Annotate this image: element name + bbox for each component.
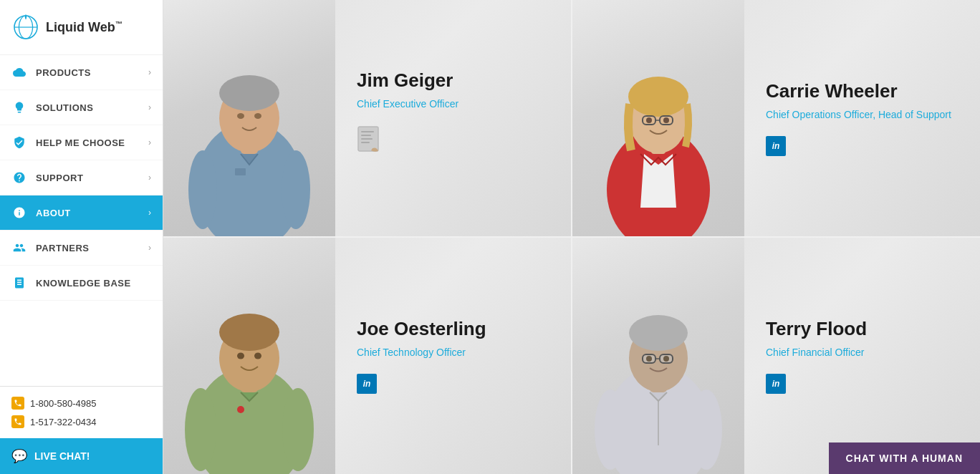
partners-icon [11, 240, 27, 256]
person-info-jim: Jim Geiger Chief Executive Officer [335, 55, 571, 182]
person-title-terry: Chief Financial Officer [766, 346, 864, 360]
svg-point-31 [254, 353, 261, 359]
svg-rect-13 [361, 131, 374, 132]
person-info-joe: Joe Oesterling Chief Technology Officer … [335, 304, 571, 409]
about-icon [11, 205, 27, 221]
sidebar-item-products-label: PRODUCTS [36, 67, 148, 78]
question-icon [11, 170, 27, 185]
phone-row-2[interactable]: 1-517-322-0434 [11, 412, 151, 431]
live-chat-button[interactable]: 💬 LIVE CHAT! [0, 438, 163, 474]
svg-point-29 [219, 314, 279, 351]
svg-point-33 [185, 388, 216, 471]
person-info-carrie: Carrie Wheeler Chief Operations Officer,… [744, 66, 980, 171]
person-name-jim: Jim Geiger [357, 69, 453, 92]
person-figure-carrie [572, 0, 744, 236]
sidebar-item-partners[interactable]: PARTNERS › [0, 231, 163, 266]
check-shield-icon [11, 135, 27, 150]
sidebar: Liquid Web™ PRODUCTS › SOLUTIONS › HELP … [0, 0, 163, 474]
svg-rect-16 [361, 142, 370, 143]
svg-point-38 [629, 315, 688, 351]
sidebar-item-products[interactable]: PRODUCTS › [0, 55, 163, 90]
svg-point-7 [237, 113, 244, 119]
phone-number-2: 1-517-322-0434 [30, 417, 97, 427]
person-name-joe: Joe Oesterling [357, 318, 486, 340]
cv-icon-jim[interactable] [357, 125, 383, 160]
products-arrow: › [148, 67, 151, 77]
phone-row-1[interactable]: 1-800-580-4985 [11, 394, 151, 412]
solutions-arrow: › [148, 102, 151, 112]
sidebar-item-support-label: SUPPORT [36, 173, 148, 183]
sidebar-item-partners-label: PARTNERS [36, 243, 148, 253]
person-card-joe: Joe Oesterling Chief Technology Officer … [163, 238, 571, 474]
sidebar-item-about[interactable]: ABOUT › [0, 195, 163, 231]
svg-point-8 [254, 113, 261, 119]
person-title-jim: Chief Executive Officer [357, 97, 458, 112]
svg-point-42 [646, 356, 652, 362]
sidebar-bottom: 1-800-580-4985 1-517-322-0434 💬 LIVE CHA… [0, 386, 163, 474]
person-info-terry: Terry Flood Chief Financial Officer in [744, 304, 980, 409]
live-chat-label: LIVE CHAT! [34, 450, 90, 462]
sidebar-item-support[interactable]: SUPPORT › [0, 160, 163, 195]
sidebar-item-solutions-label: SOLUTIONS [36, 102, 148, 113]
sidebar-item-knowledge-label: KNOWLEDGE BASE [36, 278, 151, 289]
sidebar-item-solutions[interactable]: SOLUTIONS › [0, 90, 163, 125]
person-photo-terry [572, 238, 744, 474]
person-name-carrie: Carrie Wheeler [766, 80, 898, 102]
person-card-jim: Jim Geiger Chief Executive Officer [163, 0, 571, 236]
person-title-carrie: Chief Operations Officer, Head of Suppor… [766, 108, 951, 122]
linkedin-badge-terry[interactable]: in [766, 374, 786, 394]
chat-icon: 💬 [11, 448, 27, 464]
svg-rect-14 [361, 135, 371, 136]
svg-rect-15 [361, 138, 373, 140]
person-photo-jim [163, 0, 335, 236]
person-figure-joe [163, 238, 335, 474]
sidebar-item-about-label: ABOUT [36, 208, 148, 218]
book-icon [11, 275, 27, 291]
about-arrow: › [148, 208, 151, 218]
partners-arrow: › [148, 243, 151, 253]
phone-number-1: 1-800-580-4985 [30, 398, 97, 409]
chat-with-human-button[interactable]: CHAT WITH A HUMAN [829, 442, 980, 474]
phone-section: 1-800-580-4985 1-517-322-0434 [0, 387, 163, 438]
svg-point-20 [628, 77, 688, 117]
person-name-terry: Terry Flood [766, 318, 867, 340]
nav-items: PRODUCTS › SOLUTIONS › HELP ME CHOOSE › … [0, 55, 163, 386]
chat-human-label: CHAT WITH A HUMAN [846, 453, 963, 464]
help-arrow: › [148, 137, 151, 147]
person-figure-terry [572, 238, 744, 474]
support-arrow: › [148, 173, 151, 183]
person-figure-jim [163, 0, 335, 236]
svg-point-45 [595, 390, 626, 470]
main-content: Jim Geiger Chief Executive Officer [163, 0, 980, 474]
svg-point-10 [188, 150, 217, 229]
sidebar-item-help-label: HELP ME CHOOSE [36, 137, 148, 148]
logo-text: Liquid Web™ [46, 20, 123, 35]
svg-point-30 [237, 353, 244, 359]
svg-point-43 [663, 356, 669, 362]
svg-point-32 [237, 406, 244, 413]
person-card-terry: Terry Flood Chief Financial Officer in [572, 238, 980, 474]
logo-area[interactable]: Liquid Web™ [0, 0, 163, 55]
svg-point-25 [663, 117, 669, 123]
svg-rect-9 [235, 168, 246, 175]
cloud-icon [11, 64, 27, 80]
bulb-icon [11, 100, 27, 115]
logo-icon [11, 13, 40, 42]
svg-point-24 [646, 117, 652, 123]
phone-icon-1 [11, 397, 24, 410]
linkedin-badge-carrie[interactable]: in [766, 136, 786, 156]
svg-point-34 [282, 388, 314, 471]
person-title-joe: Chief Technology Officer [357, 346, 466, 360]
svg-point-11 [282, 150, 310, 229]
svg-point-6 [219, 75, 279, 111]
linkedin-badge-joe[interactable]: in [357, 374, 377, 394]
person-photo-carrie [572, 0, 744, 236]
person-card-carrie: Carrie Wheeler Chief Operations Officer,… [572, 0, 980, 236]
phone-icon-2 [11, 415, 24, 428]
sidebar-item-knowledge[interactable]: KNOWLEDGE BASE [0, 266, 163, 301]
sidebar-item-help[interactable]: HELP ME CHOOSE › [0, 125, 163, 160]
person-photo-joe [163, 238, 335, 474]
svg-point-46 [691, 390, 722, 470]
